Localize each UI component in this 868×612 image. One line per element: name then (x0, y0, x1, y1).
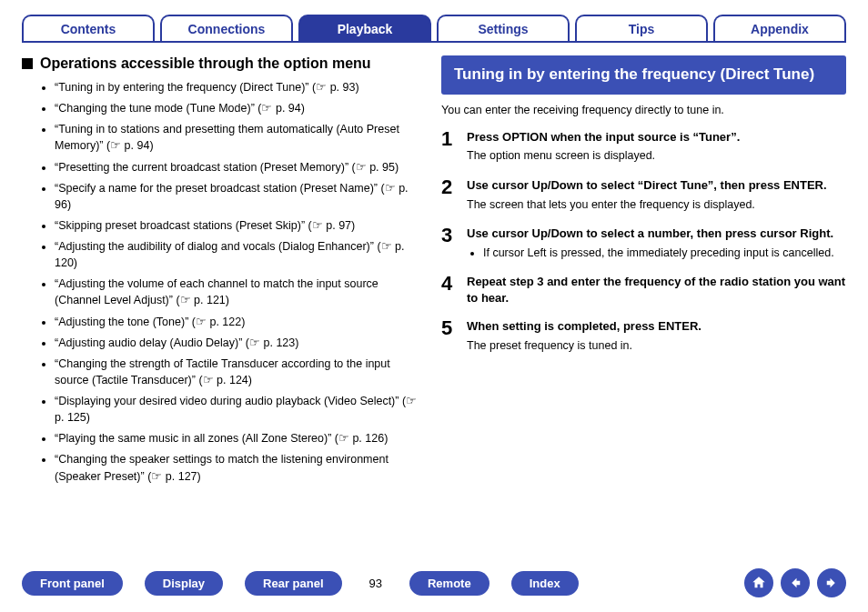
option-item-page: p. 93 (330, 81, 356, 94)
link-icon: ☞ (203, 372, 214, 388)
footer-btn-display[interactable]: Display (145, 571, 223, 596)
top-tabs: Contents Connections Playback Settings T… (22, 15, 846, 43)
option-list-item[interactable]: “Changing the tune mode (Tune Mode)” (☞ … (55, 100, 427, 116)
option-list-item[interactable]: “Tuning in by entering the frequency (Di… (55, 79, 427, 95)
option-list-item[interactable]: “Displaying your desired video during au… (55, 393, 427, 426)
option-item-page: p. 95 (369, 161, 395, 174)
footer-btn-remote[interactable]: Remote (409, 571, 490, 596)
right-column: Tuning in by entering the frequency (Dir… (441, 55, 846, 489)
left-column: Operations accessible through the option… (22, 55, 427, 489)
link-icon: ☞ (381, 238, 392, 255)
link-icon: ☞ (356, 159, 367, 176)
step-desc: The preset frequency is tuned in. (467, 338, 846, 355)
step-number: 1 (441, 129, 467, 149)
option-list-item[interactable]: “Tuning in to stations and presetting th… (55, 121, 427, 154)
option-item-page: p. 124 (217, 374, 248, 386)
tab-playback[interactable]: Playback (298, 15, 431, 41)
option-list-item[interactable]: “Adjusting the tone (Tone)” (☞ p. 122) (55, 314, 427, 330)
tab-connections[interactable]: Connections (160, 15, 293, 41)
link-icon: ☞ (110, 137, 121, 154)
option-list-item[interactable]: “Playing the same music in all zones (Al… (55, 430, 427, 446)
tab-contents[interactable]: Contents (22, 15, 155, 41)
option-item-page: p. 94 (276, 102, 301, 115)
option-item-page: p. 97 (326, 219, 351, 232)
option-item-text: “Specify a name for the preset broadcast… (55, 182, 378, 195)
prev-page-icon[interactable] (781, 568, 810, 597)
footer-btn-index[interactable]: Index (511, 571, 579, 596)
topic-intro: You can enter the receiving frequency di… (441, 104, 846, 116)
option-item-page: p. 125 (55, 411, 86, 424)
option-item-text: “Displaying your desired video during au… (55, 395, 399, 407)
tab-settings[interactable]: Settings (437, 15, 570, 41)
section-heading: Operations accessible through the option… (40, 55, 371, 72)
option-list-item[interactable]: “Changing the strength of Tactile Transd… (55, 356, 427, 388)
topic-heading: Tuning in by entering the frequency (Dir… (441, 55, 846, 95)
link-icon: ☞ (261, 100, 272, 116)
option-item-text: “Changing the speaker settings to match … (55, 453, 389, 482)
link-icon: ☞ (406, 393, 417, 409)
next-page-icon[interactable] (817, 568, 846, 597)
option-item-text: “Tuning in by entering the frequency (Di… (55, 81, 309, 94)
link-icon: ☞ (180, 292, 191, 308)
option-list-item[interactable]: “Adjusting audio delay (Audio Delay)” (☞… (55, 335, 427, 351)
option-list-item[interactable]: “Changing the speaker settings to match … (55, 451, 427, 484)
option-list-item[interactable]: “Adjusting the volume of each channel to… (55, 276, 427, 308)
link-icon: ☞ (196, 314, 207, 330)
option-item-text: “Adjusting the audibility of dialog and … (55, 240, 374, 253)
option-item-text: “Adjusting the tone (Tone)” (55, 316, 188, 328)
step-title: When setting is completed, press ENTER. (467, 318, 846, 335)
tab-tips[interactable]: Tips (575, 15, 708, 41)
option-item-page: p. 122 (209, 316, 241, 328)
option-item-text: “Adjusting audio delay (Audio Delay)” (55, 336, 242, 349)
step: 4Repeat step 3 and enter the frequency o… (441, 274, 846, 306)
step-number: 3 (441, 226, 467, 246)
option-item-text: “Changing the tune mode (Tune Mode)” (55, 102, 255, 115)
step-sub-item: If cursor Left is pressed, the immediate… (483, 246, 846, 262)
step: 2Use cursor Up/Down to select “Direct Tu… (441, 177, 846, 213)
link-icon: ☞ (385, 180, 396, 196)
step-title: Repeat step 3 and enter the frequency of… (467, 274, 846, 306)
step-desc: The screen that lets you enter the frequ… (467, 197, 846, 214)
link-icon: ☞ (316, 79, 327, 95)
link-icon: ☞ (249, 335, 260, 351)
home-icon[interactable] (744, 568, 773, 597)
footer-btn-front-panel[interactable]: Front panel (22, 571, 123, 596)
option-item-page: p. 121 (194, 294, 226, 306)
option-list-item[interactable]: “Skipping preset broadcast stations (Pre… (55, 217, 427, 234)
step: 3Use cursor Up/Down to select a number, … (441, 226, 846, 261)
step-title: Use cursor Up/Down to select “Direct Tun… (467, 177, 846, 194)
section-marker-icon (22, 58, 33, 69)
option-item-page: p. 123 (264, 336, 296, 349)
option-item-text: “Presetting the current broadcast statio… (55, 161, 348, 174)
page-number: 93 (364, 577, 388, 590)
option-item-text: “Tuning in to stations and presetting th… (55, 123, 399, 152)
option-list-item[interactable]: “Presetting the current broadcast statio… (55, 159, 427, 176)
footer-bar: Front panel Display Rear panel 93 Remote… (22, 568, 846, 597)
option-item-page: p. 94 (125, 139, 150, 152)
link-icon: ☞ (151, 468, 162, 485)
step-number: 5 (441, 318, 467, 338)
step: 1Press OPTION when the input source is “… (441, 129, 846, 165)
option-item-text: “Skipping preset broadcast stations (Pre… (55, 219, 305, 232)
option-item-text: “Playing the same music in all zones (Al… (55, 432, 331, 445)
tab-appendix[interactable]: Appendix (713, 15, 846, 41)
link-icon: ☞ (312, 217, 323, 234)
step: 5When setting is completed, press ENTER.… (441, 318, 846, 354)
step-desc: The option menu screen is displayed. (467, 148, 846, 165)
option-item-page: p. 127 (166, 470, 197, 483)
step-title: Use cursor Up/Down to select a number, t… (467, 226, 846, 242)
step-title: Press OPTION when the input source is “T… (467, 129, 846, 145)
steps-list: 1Press OPTION when the input source is “… (441, 129, 846, 354)
footer-btn-rear-panel[interactable]: Rear panel (245, 571, 341, 596)
option-list-item[interactable]: “Specify a name for the preset broadcast… (55, 180, 427, 213)
option-menu-list: “Tuning in by entering the frequency (Di… (22, 79, 427, 485)
link-icon: ☞ (338, 430, 349, 446)
step-number: 2 (441, 177, 467, 197)
option-item-page: p. 126 (352, 432, 384, 445)
step-number: 4 (441, 274, 467, 294)
option-list-item[interactable]: “Adjusting the audibility of dialog and … (55, 238, 427, 271)
